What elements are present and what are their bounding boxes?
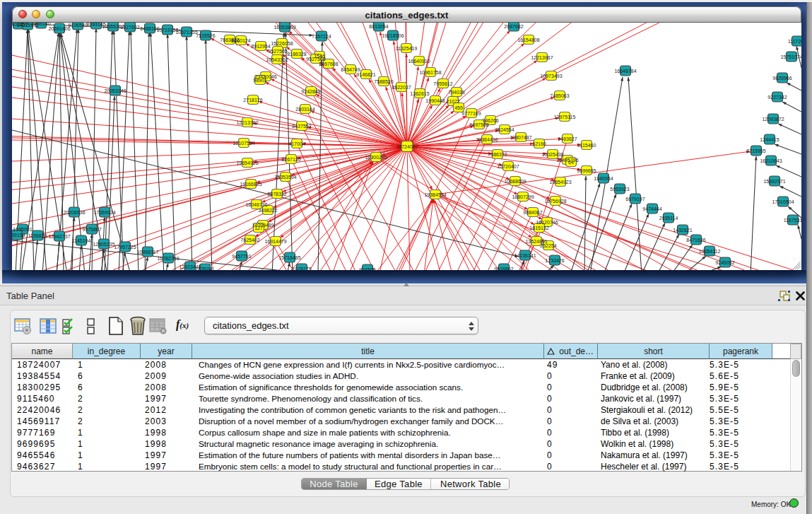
svg-text:2718176: 2718176 xyxy=(243,98,262,103)
svg-text:2935114: 2935114 xyxy=(659,216,678,221)
svg-text:1145194: 1145194 xyxy=(72,238,91,243)
svg-text:12213382: 12213382 xyxy=(236,120,258,125)
svg-text:12942737: 12942737 xyxy=(48,234,70,239)
svg-text:12975115: 12975115 xyxy=(554,115,576,119)
svg-text:6679197: 6679197 xyxy=(625,197,645,201)
svg-text:1733426: 1733426 xyxy=(545,258,564,263)
svg-text:8186328: 8186328 xyxy=(287,52,306,57)
svg-text:16046736: 16046736 xyxy=(245,202,267,207)
svg-text:14136141: 14136141 xyxy=(514,253,536,258)
svg-text:8660124: 8660124 xyxy=(231,38,250,43)
svg-text:9242848: 9242848 xyxy=(301,89,320,94)
svg-text:2867608: 2867608 xyxy=(319,62,338,66)
svg-text:12213967: 12213967 xyxy=(531,55,553,60)
svg-text:9975867: 9975867 xyxy=(82,227,101,232)
svg-text:64: 64 xyxy=(568,160,574,165)
svg-text:8267130: 8267130 xyxy=(281,157,300,162)
svg-text:5953923: 5953923 xyxy=(610,187,629,192)
svg-text:10973493: 10973493 xyxy=(540,74,562,78)
svg-text:12505135: 12505135 xyxy=(93,242,114,247)
svg-text:127: 127 xyxy=(254,226,263,230)
svg-text:7515526: 7515526 xyxy=(196,33,215,38)
svg-text:10807487: 10807487 xyxy=(510,135,531,140)
svg-text:8822037: 8822037 xyxy=(392,85,411,90)
svg-text:15692971: 15692971 xyxy=(763,179,785,184)
svg-text:16914479: 16914479 xyxy=(264,239,286,244)
svg-text:9777169: 9777169 xyxy=(461,111,481,116)
svg-text:9115460: 9115460 xyxy=(577,143,596,148)
svg-text:6497568: 6497568 xyxy=(469,122,488,127)
svg-text:11325419: 11325419 xyxy=(396,46,418,51)
svg-text:16154808: 16154808 xyxy=(517,37,539,42)
svg-text:9245052: 9245052 xyxy=(715,260,734,265)
svg-text:7955812: 7955812 xyxy=(433,81,452,86)
svg-text:9146821: 9146821 xyxy=(356,72,375,77)
svg-text:2087682: 2087682 xyxy=(504,24,523,29)
svg-text:8215955: 8215955 xyxy=(746,148,765,153)
svg-text:3498222: 3498222 xyxy=(258,208,277,213)
svg-text:1527602: 1527602 xyxy=(120,25,139,30)
svg-text:16648784: 16648784 xyxy=(614,69,636,74)
svg-text:252254: 252254 xyxy=(540,243,556,248)
svg-text:10107554: 10107554 xyxy=(233,141,254,146)
svg-text:17010504: 17010504 xyxy=(772,199,794,204)
svg-text:7625402: 7625402 xyxy=(240,238,259,243)
svg-text:2803144: 2803144 xyxy=(295,107,314,112)
svg-text:1362615: 1362615 xyxy=(410,91,429,96)
svg-text:746266: 746266 xyxy=(482,118,498,123)
svg-text:16053809: 16053809 xyxy=(273,25,295,30)
svg-text:8813054: 8813054 xyxy=(369,24,388,29)
svg-text:9699695: 9699695 xyxy=(577,168,596,173)
svg-text:12093872: 12093872 xyxy=(762,117,784,122)
svg-text:9829966: 9829966 xyxy=(772,76,792,81)
svg-text:7485063: 7485063 xyxy=(550,93,569,98)
svg-text:1117206: 1117206 xyxy=(788,39,801,44)
svg-text:19756928: 19756928 xyxy=(544,199,566,204)
svg-text:19218506: 19218506 xyxy=(382,33,404,38)
svg-text:455: 455 xyxy=(454,105,463,110)
svg-text:3624554: 3624554 xyxy=(495,127,514,132)
svg-text:1640954: 1640954 xyxy=(594,176,613,181)
svg-text:1156829: 1156829 xyxy=(28,233,47,238)
svg-text:18807299: 18807299 xyxy=(512,194,534,199)
svg-text:7588520: 7588520 xyxy=(374,79,393,84)
svg-text:17359924: 17359924 xyxy=(93,210,115,215)
svg-text:20691406: 20691406 xyxy=(48,26,70,31)
svg-text:18300295: 18300295 xyxy=(365,155,387,160)
svg-text:9618802: 9618802 xyxy=(494,267,513,271)
svg-text:7386372: 7386372 xyxy=(488,152,507,157)
svg-text:8471626: 8471626 xyxy=(686,238,705,243)
svg-text:20206536: 20206536 xyxy=(63,210,85,215)
svg-text:9227342: 9227342 xyxy=(767,95,787,100)
svg-text:1244415: 1244415 xyxy=(760,137,779,142)
svg-text:7357224: 7357224 xyxy=(312,34,331,39)
svg-text:17957225: 17957225 xyxy=(114,245,136,250)
svg-text:18724007: 18724007 xyxy=(396,144,418,149)
svg-text:10543362: 10543362 xyxy=(266,57,288,62)
svg-text:10958117: 10958117 xyxy=(137,250,159,255)
svg-text:16120746: 16120746 xyxy=(536,220,558,225)
svg-text:20053346: 20053346 xyxy=(104,88,126,93)
svg-text:8912954: 8912954 xyxy=(251,44,270,49)
svg-text:8878332: 8878332 xyxy=(267,192,286,197)
svg-text:794028: 794028 xyxy=(448,90,464,95)
svg-text:9527508: 9527508 xyxy=(306,57,325,62)
svg-text:1432621: 1432621 xyxy=(673,228,692,233)
svg-text:10671355: 10671355 xyxy=(175,30,197,35)
svg-text:1078275: 1078275 xyxy=(292,267,311,271)
svg-text:417004: 417004 xyxy=(288,141,305,146)
svg-text:16782759: 16782759 xyxy=(157,256,179,261)
svg-text:98901: 98901 xyxy=(253,78,267,83)
svg-text:19166825: 19166825 xyxy=(240,182,261,187)
svg-text:10961758: 10961758 xyxy=(419,70,441,75)
svg-text:9457791: 9457791 xyxy=(232,254,251,259)
svg-text:1535051: 1535051 xyxy=(13,227,32,232)
svg-text:1990448: 1990448 xyxy=(425,98,445,103)
svg-text:924505: 924505 xyxy=(359,267,375,271)
svg-text:1167531: 1167531 xyxy=(784,218,801,223)
svg-text:9463627: 9463627 xyxy=(558,136,577,141)
svg-text:9527505: 9527505 xyxy=(268,49,287,54)
svg-text:10688609: 10688609 xyxy=(504,179,526,184)
svg-text:20364436: 20364436 xyxy=(476,137,498,142)
svg-text:10025438: 10025438 xyxy=(541,152,563,157)
